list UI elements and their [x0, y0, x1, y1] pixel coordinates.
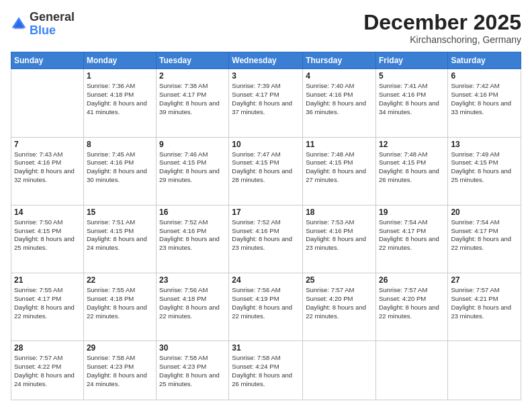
day-info: Sunrise: 7:42 AMSunset: 4:16 PMDaylight:…	[451, 82, 511, 115]
day-info: Sunrise: 7:58 AMSunset: 4:23 PMDaylight:…	[159, 354, 220, 387]
calendar-header-row: Sunday Monday Tuesday Wednesday Thursday…	[11, 52, 521, 69]
logo-blue-text: Blue	[30, 24, 56, 37]
day-info: Sunrise: 7:54 AMSunset: 4:17 PMDaylight:…	[451, 218, 511, 251]
logo-icon	[11, 16, 27, 32]
day-number: 30	[159, 343, 226, 353]
logo: General Blue	[11, 11, 75, 38]
day-info: Sunrise: 7:39 AMSunset: 4:17 PMDaylight:…	[232, 82, 292, 115]
table-row: 19 Sunrise: 7:54 AMSunset: 4:17 PMDaylig…	[375, 205, 447, 273]
table-row: 16 Sunrise: 7:52 AMSunset: 4:16 PMDaylig…	[157, 205, 229, 273]
col-monday: Monday	[83, 52, 156, 69]
table-row: 2 Sunrise: 7:38 AMSunset: 4:17 PMDayligh…	[157, 69, 229, 137]
header: General Blue December 2025 Kirchanschori…	[11, 11, 521, 45]
day-number: 22	[87, 275, 153, 285]
day-info: Sunrise: 7:47 AMSunset: 4:15 PMDaylight:…	[232, 150, 292, 183]
day-number: 15	[87, 208, 153, 217]
day-number: 20	[451, 208, 518, 217]
col-thursday: Thursday	[303, 52, 376, 69]
table-row: 25 Sunrise: 7:57 AMSunset: 4:20 PMDaylig…	[303, 273, 376, 341]
day-number: 8	[87, 140, 153, 149]
table-row: 12 Sunrise: 7:48 AMSunset: 4:15 PMDaylig…	[375, 137, 447, 205]
calendar-week-row: 21 Sunrise: 7:55 AMSunset: 4:17 PMDaylig…	[11, 273, 521, 341]
table-row: 6 Sunrise: 7:42 AMSunset: 4:16 PMDayligh…	[448, 69, 521, 137]
day-info: Sunrise: 7:55 AMSunset: 4:17 PMDaylight:…	[14, 286, 75, 319]
day-number: 9	[159, 140, 226, 149]
table-row	[303, 341, 376, 400]
day-number: 1	[87, 71, 153, 81]
day-number: 12	[379, 140, 445, 149]
table-row: 5 Sunrise: 7:41 AMSunset: 4:16 PMDayligh…	[375, 69, 447, 137]
logo-general-text: General	[30, 10, 75, 24]
table-row: 11 Sunrise: 7:48 AMSunset: 4:15 PMDaylig…	[303, 137, 376, 205]
day-number: 27	[451, 275, 518, 285]
table-row: 28 Sunrise: 7:57 AMSunset: 4:22 PMDaylig…	[11, 341, 84, 400]
day-number: 3	[232, 71, 300, 81]
day-info: Sunrise: 7:54 AMSunset: 4:17 PMDaylight:…	[379, 218, 439, 251]
day-number: 26	[379, 275, 445, 285]
day-info: Sunrise: 7:45 AMSunset: 4:16 PMDaylight:…	[87, 150, 147, 183]
title-block: December 2025 Kirchanschoring, Germany	[363, 11, 521, 45]
day-info: Sunrise: 7:41 AMSunset: 4:16 PMDaylight:…	[379, 82, 439, 115]
day-info: Sunrise: 7:36 AMSunset: 4:18 PMDaylight:…	[87, 82, 147, 115]
day-info: Sunrise: 7:58 AMSunset: 4:23 PMDaylight:…	[87, 354, 147, 387]
table-row: 9 Sunrise: 7:46 AMSunset: 4:15 PMDayligh…	[157, 137, 229, 205]
day-info: Sunrise: 7:57 AMSunset: 4:21 PMDaylight:…	[451, 286, 511, 319]
day-info: Sunrise: 7:57 AMSunset: 4:20 PMDaylight:…	[379, 286, 439, 319]
table-row: 13 Sunrise: 7:49 AMSunset: 4:15 PMDaylig…	[448, 137, 521, 205]
day-number: 6	[451, 71, 518, 81]
day-info: Sunrise: 7:56 AMSunset: 4:18 PMDaylight:…	[159, 286, 220, 319]
table-row: 4 Sunrise: 7:40 AMSunset: 4:16 PMDayligh…	[303, 69, 376, 137]
day-number: 23	[159, 275, 226, 285]
day-info: Sunrise: 7:53 AMSunset: 4:16 PMDaylight:…	[306, 218, 366, 251]
day-number: 2	[159, 71, 226, 81]
table-row: 14 Sunrise: 7:50 AMSunset: 4:15 PMDaylig…	[11, 205, 84, 273]
day-info: Sunrise: 7:51 AMSunset: 4:15 PMDaylight:…	[87, 218, 147, 251]
day-number: 16	[159, 208, 226, 217]
table-row: 15 Sunrise: 7:51 AMSunset: 4:15 PMDaylig…	[83, 205, 156, 273]
day-info: Sunrise: 7:58 AMSunset: 4:24 PMDaylight:…	[232, 354, 292, 387]
col-saturday: Saturday	[448, 52, 521, 69]
day-info: Sunrise: 7:43 AMSunset: 4:16 PMDaylight:…	[14, 150, 75, 183]
table-row: 8 Sunrise: 7:45 AMSunset: 4:16 PMDayligh…	[83, 137, 156, 205]
day-info: Sunrise: 7:48 AMSunset: 4:15 PMDaylight:…	[379, 150, 439, 183]
calendar-table: Sunday Monday Tuesday Wednesday Thursday…	[11, 52, 521, 400]
table-row: 23 Sunrise: 7:56 AMSunset: 4:18 PMDaylig…	[157, 273, 229, 341]
day-number: 5	[379, 71, 445, 81]
day-number: 29	[87, 343, 153, 353]
col-wednesday: Wednesday	[229, 52, 303, 69]
day-info: Sunrise: 7:48 AMSunset: 4:15 PMDaylight:…	[306, 150, 366, 183]
day-info: Sunrise: 7:50 AMSunset: 4:15 PMDaylight:…	[14, 218, 75, 251]
calendar-week-row: 14 Sunrise: 7:50 AMSunset: 4:15 PMDaylig…	[11, 205, 521, 273]
day-number: 18	[306, 208, 373, 217]
day-number: 25	[306, 275, 373, 285]
table-row: 7 Sunrise: 7:43 AMSunset: 4:16 PMDayligh…	[11, 137, 84, 205]
month-year-title: December 2025	[363, 11, 521, 34]
table-row	[448, 341, 521, 400]
day-number: 17	[232, 208, 300, 217]
col-friday: Friday	[375, 52, 447, 69]
day-number: 24	[232, 275, 300, 285]
day-number: 7	[14, 140, 81, 149]
table-row: 10 Sunrise: 7:47 AMSunset: 4:15 PMDaylig…	[229, 137, 303, 205]
table-row: 26 Sunrise: 7:57 AMSunset: 4:20 PMDaylig…	[375, 273, 447, 341]
table-row	[11, 69, 84, 137]
day-number: 21	[14, 275, 81, 285]
day-info: Sunrise: 7:52 AMSunset: 4:16 PMDaylight:…	[159, 218, 220, 251]
table-row: 1 Sunrise: 7:36 AMSunset: 4:18 PMDayligh…	[83, 69, 156, 137]
table-row: 24 Sunrise: 7:56 AMSunset: 4:19 PMDaylig…	[229, 273, 303, 341]
day-number: 11	[306, 140, 373, 149]
page: General Blue December 2025 Kirchanschori…	[0, 0, 532, 411]
day-number: 14	[14, 208, 81, 217]
day-info: Sunrise: 7:49 AMSunset: 4:15 PMDaylight:…	[451, 150, 511, 183]
table-row: 21 Sunrise: 7:55 AMSunset: 4:17 PMDaylig…	[11, 273, 84, 341]
day-info: Sunrise: 7:46 AMSunset: 4:15 PMDaylight:…	[159, 150, 220, 183]
day-number: 10	[232, 140, 300, 149]
table-row: 17 Sunrise: 7:52 AMSunset: 4:16 PMDaylig…	[229, 205, 303, 273]
table-row: 3 Sunrise: 7:39 AMSunset: 4:17 PMDayligh…	[229, 69, 303, 137]
table-row: 22 Sunrise: 7:55 AMSunset: 4:18 PMDaylig…	[83, 273, 156, 341]
col-sunday: Sunday	[11, 52, 84, 69]
logo-text: General Blue	[30, 11, 75, 38]
table-row: 18 Sunrise: 7:53 AMSunset: 4:16 PMDaylig…	[303, 205, 376, 273]
location-subtitle: Kirchanschoring, Germany	[363, 34, 521, 45]
table-row: 30 Sunrise: 7:58 AMSunset: 4:23 PMDaylig…	[157, 341, 229, 400]
